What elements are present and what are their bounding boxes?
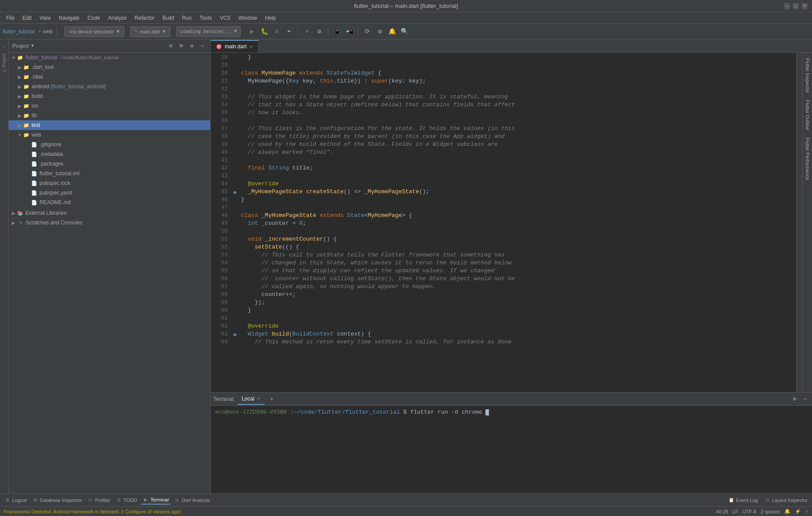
menu-file[interactable]: File (3, 14, 18, 22)
menu-vcs[interactable]: VCS (216, 14, 234, 22)
notifications-button[interactable]: 🔔 (387, 26, 397, 37)
debug-button[interactable]: 🐛 (259, 26, 269, 37)
terminal-add-tab[interactable]: + (266, 393, 277, 405)
tree-item-build[interactable]: ▶ 📁 build (9, 91, 210, 101)
project-tab-label[interactable]: 1: Project (1, 52, 7, 74)
tree-item-external-libs[interactable]: ▶ 📚 External Libraries (9, 208, 210, 218)
tree-item-web[interactable]: ▼ 📁 web (9, 130, 210, 140)
tree-item-metadata[interactable]: ▶ 📄 .metadata (9, 149, 210, 159)
menu-view[interactable]: View (36, 14, 54, 22)
tree-item-ios[interactable]: ▶ 📁 ios (9, 101, 210, 111)
close-button[interactable]: ✕ (801, 3, 808, 9)
maximize-button[interactable]: □ (793, 3, 799, 9)
tree-item-iml[interactable]: ▶ 📄 flutter_tutorial.iml (9, 169, 210, 178)
tree-item-packages[interactable]: ▶ 📄 .packages (9, 159, 210, 169)
indent-setting[interactable]: 2 spaces (761, 509, 780, 514)
tree-item-readme[interactable]: ▶ 📄 README.md (9, 198, 210, 207)
menu-edit[interactable]: Edit (19, 14, 35, 22)
menu-navigate[interactable]: Navigate (55, 14, 83, 22)
minimize-button[interactable]: – (784, 3, 790, 9)
menu-run[interactable]: Run (179, 14, 195, 22)
notifications-icon[interactable]: 🔔 (784, 509, 790, 514)
tree-item-pubspec-yaml[interactable]: ▶ 📄 pubspec.yaml (9, 188, 210, 198)
database-inspector-tool-btn[interactable]: ⊞ Database Inspector (30, 496, 83, 504)
sidebar-layout-icon[interactable]: ⊞ (177, 42, 186, 51)
event-log-btn[interactable]: 📋 Event Log (726, 496, 760, 504)
gutter-63[interactable]: ◉ (230, 330, 239, 338)
settings-button[interactable]: ⚙ (374, 26, 385, 37)
terminal-tool-btn[interactable]: ▶ Terminal (141, 496, 171, 505)
git-branch-icon[interactable]: ⑂ (805, 509, 808, 514)
menu-window[interactable]: Window (235, 14, 261, 22)
layout-inspector-btn[interactable]: ⊡ Layout Inspector (762, 496, 809, 504)
folder-icon-flutter-tutorial: 📁 (17, 54, 24, 61)
sdk-manager-button[interactable]: 📱 (332, 26, 342, 37)
gutter-37 (230, 125, 239, 133)
terminal-content[interactable]: eco@eco-17ZD990-VX5BK :~/code/flutter/fl… (211, 406, 812, 493)
gutter-45[interactable]: ◉ (230, 188, 239, 196)
sidebar-settings-icon[interactable]: ⚙ (166, 42, 175, 51)
tree-item-scratches[interactable]: ▶ ✎ Scratches and Consoles (9, 218, 210, 227)
cursor-position[interactable]: 40:28 (716, 509, 728, 514)
dart-analysis-tool-btn[interactable]: ◎ Dart Analysis (172, 496, 212, 504)
terminal-close-icon[interactable]: — (801, 395, 809, 404)
tree-arrow-web: ▼ (17, 133, 23, 137)
sync-button[interactable]: ⟳ (362, 26, 373, 37)
tab-main-dart[interactable]: 🎯 main.dart ✕ (211, 40, 259, 52)
terminal-local-label: Local (242, 396, 255, 402)
menu-refactor[interactable]: Refactor (131, 14, 158, 22)
device-selector[interactable]: <no device selected> ▼ (65, 26, 124, 37)
attach-debugger-button[interactable]: ⚡ (302, 26, 312, 37)
logcat-tool-btn[interactable]: ⊞ Logcat (3, 496, 29, 504)
editor-scrollbar[interactable] (796, 53, 802, 392)
framework-detected-label[interactable]: Frameworks Detected: Android framework i… (4, 509, 181, 514)
todo-tool-btn[interactable]: ☰ TODO (114, 496, 139, 504)
tree-item-test[interactable]: ▶ 📁 test (9, 120, 210, 130)
terminal-local-close[interactable]: ✕ (257, 396, 260, 401)
flutter-outline-tab[interactable]: Flutter Outline (804, 96, 812, 134)
tree-item-dart-tool[interactable]: ▶ 📁 .dart_tool (9, 62, 210, 72)
code-line-44: @override (239, 180, 796, 188)
terminal-settings-icon[interactable]: ⚙ (790, 395, 799, 404)
file-encoding[interactable]: UTF-8 (743, 509, 756, 514)
coverage-button[interactable]: ☂ (284, 26, 294, 37)
flutter-inspector-tab[interactable]: Flutter Inspector (804, 54, 812, 96)
tree-item-android[interactable]: ▶ 📁 android [flutter_tutorial_android] (9, 82, 210, 91)
code-line-51: void _incrementCounter() { (239, 235, 796, 243)
sidebar-gear-icon[interactable]: ⚙ (187, 42, 196, 51)
tree-item-flutter-tutorial[interactable]: ▼ 📁 flutter_tutorial ~/code/flutter/flut… (9, 53, 210, 62)
tree-arrow-flutter-tutorial: ▼ (11, 55, 17, 60)
power-save-icon[interactable]: ⚡ (795, 509, 801, 514)
line-separator[interactable]: LF (733, 509, 738, 514)
project-name[interactable]: flutter_tutorial (3, 29, 35, 35)
flutter-performance-tab[interactable]: Flutter Performance (804, 134, 812, 184)
menu-build[interactable]: Build (159, 14, 178, 22)
sidebar-close-icon[interactable]: — (198, 42, 207, 51)
tree-label-external-libs: External Libraries (25, 210, 66, 216)
menu-code[interactable]: Code (84, 14, 104, 22)
stop-button[interactable]: ⏹ (271, 26, 282, 37)
profile-button[interactable]: ⚙ (314, 26, 324, 37)
web-label[interactable]: web (43, 29, 53, 35)
gutter-51 (230, 235, 239, 243)
menu-tools[interactable]: Tools (196, 14, 216, 22)
code-line-42: final String title; (239, 164, 796, 172)
gutter-33 (230, 93, 239, 101)
status-right: 40:28 LF UTF-8 2 spaces 🔔 ⚡ ⑂ (716, 509, 808, 514)
tree-item-lib[interactable]: ▶ 📁 lib (9, 111, 210, 120)
tab-close-main-dart[interactable]: ✕ (249, 44, 253, 49)
tree-item-gitignore[interactable]: ▶ 📄 .gitignore (9, 140, 210, 149)
code-line-63: Widget build(BuildContext context) { (239, 330, 796, 338)
avd-manager-button[interactable]: 📲 (344, 26, 355, 37)
check-mark-icon[interactable]: ✓ (3, 43, 6, 50)
tree-item-pubspec-lock[interactable]: ▶ 📄 pubspec.lock (9, 178, 210, 188)
terminal-local-tab[interactable]: Local ✕ (237, 393, 265, 405)
run-config[interactable]: ✎ main.dart ▼ (130, 26, 170, 37)
search-everywhere-button[interactable]: 🔍 (399, 26, 410, 37)
tree-item-idea[interactable]: ▶ 📁 .idea (9, 72, 210, 82)
folder-icon-test: 📁 (23, 122, 30, 129)
profiler-tool-btn[interactable]: ◷ Profiler (85, 496, 112, 504)
run-button[interactable]: ▶ (247, 26, 257, 37)
menu-help[interactable]: Help (262, 14, 280, 22)
menu-analyze[interactable]: Analyze (104, 14, 130, 22)
